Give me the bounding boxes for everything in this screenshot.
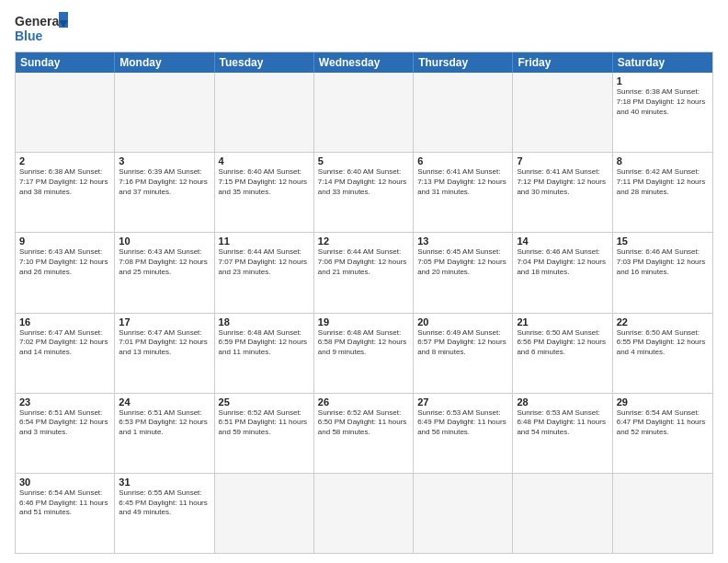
day-number: 8 bbox=[617, 155, 709, 167]
day-number: 7 bbox=[517, 155, 608, 167]
day-info: Sunrise: 6:50 AM Sunset: 6:56 PM Dayligh… bbox=[517, 328, 608, 358]
day-7: 7Sunrise: 6:41 AM Sunset: 7:12 PM Daylig… bbox=[513, 153, 612, 232]
day-number: 2 bbox=[19, 155, 110, 167]
day-2: 2Sunrise: 6:38 AM Sunset: 7:17 PM Daylig… bbox=[16, 153, 115, 232]
empty-cell bbox=[414, 73, 513, 152]
header-wednesday: Wednesday bbox=[314, 52, 414, 73]
day-23: 23Sunrise: 6:51 AM Sunset: 6:54 PM Dayli… bbox=[16, 394, 115, 473]
day-number: 26 bbox=[318, 396, 409, 408]
day-info: Sunrise: 6:45 AM Sunset: 7:05 PM Dayligh… bbox=[417, 247, 508, 277]
day-number: 5 bbox=[318, 155, 409, 167]
day-info: Sunrise: 6:40 AM Sunset: 7:14 PM Dayligh… bbox=[318, 167, 409, 197]
day-number: 11 bbox=[219, 236, 310, 247]
day-number: 15 bbox=[617, 236, 709, 247]
day-info: Sunrise: 6:49 AM Sunset: 6:57 PM Dayligh… bbox=[417, 328, 508, 358]
week-row-5: 23Sunrise: 6:51 AM Sunset: 6:54 PM Dayli… bbox=[16, 393, 712, 473]
page: General Blue SundayMondayTuesdayWednesda… bbox=[0, 0, 728, 563]
svg-text:Blue: Blue bbox=[15, 29, 43, 43]
day-10: 10Sunrise: 6:43 AM Sunset: 7:08 PM Dayli… bbox=[115, 233, 214, 312]
day-number: 16 bbox=[19, 316, 110, 327]
header: General Blue bbox=[15, 11, 713, 46]
day-18: 18Sunrise: 6:48 AM Sunset: 6:59 PM Dayli… bbox=[215, 314, 314, 393]
day-12: 12Sunrise: 6:44 AM Sunset: 7:06 PM Dayli… bbox=[314, 233, 414, 312]
empty-cell bbox=[115, 73, 214, 152]
day-1: 1Sunrise: 6:38 AM Sunset: 7:18 PM Daylig… bbox=[613, 73, 712, 152]
day-number: 28 bbox=[517, 396, 608, 408]
day-info: Sunrise: 6:47 AM Sunset: 7:01 PM Dayligh… bbox=[119, 328, 210, 358]
empty-cell bbox=[513, 474, 612, 553]
day-info: Sunrise: 6:44 AM Sunset: 7:06 PM Dayligh… bbox=[318, 247, 409, 277]
header-saturday: Saturday bbox=[613, 52, 712, 73]
calendar-body: 1Sunrise: 6:38 AM Sunset: 7:18 PM Daylig… bbox=[16, 73, 712, 553]
day-number: 22 bbox=[617, 316, 709, 327]
day-number: 17 bbox=[119, 316, 210, 327]
header-monday: Monday bbox=[115, 52, 214, 73]
day-number: 10 bbox=[119, 236, 210, 247]
day-number: 29 bbox=[617, 396, 709, 408]
day-info: Sunrise: 6:47 AM Sunset: 7:02 PM Dayligh… bbox=[19, 328, 110, 358]
empty-cell bbox=[215, 474, 314, 553]
day-28: 28Sunrise: 6:53 AM Sunset: 6:48 PM Dayli… bbox=[513, 394, 612, 473]
day-29: 29Sunrise: 6:54 AM Sunset: 6:47 PM Dayli… bbox=[613, 394, 712, 473]
day-info: Sunrise: 6:44 AM Sunset: 7:07 PM Dayligh… bbox=[219, 247, 310, 277]
empty-cell bbox=[16, 73, 115, 152]
day-info: Sunrise: 6:39 AM Sunset: 7:16 PM Dayligh… bbox=[119, 167, 210, 197]
day-info: Sunrise: 6:38 AM Sunset: 7:18 PM Dayligh… bbox=[617, 87, 709, 117]
day-14: 14Sunrise: 6:46 AM Sunset: 7:04 PM Dayli… bbox=[513, 233, 612, 312]
day-number: 30 bbox=[19, 477, 110, 488]
header-thursday: Thursday bbox=[414, 52, 513, 73]
day-info: Sunrise: 6:38 AM Sunset: 7:17 PM Dayligh… bbox=[19, 167, 110, 197]
day-info: Sunrise: 6:41 AM Sunset: 7:12 PM Dayligh… bbox=[517, 167, 608, 197]
day-info: Sunrise: 6:46 AM Sunset: 7:03 PM Dayligh… bbox=[617, 247, 709, 277]
day-21: 21Sunrise: 6:50 AM Sunset: 6:56 PM Dayli… bbox=[513, 314, 612, 393]
day-number: 20 bbox=[417, 316, 508, 327]
day-info: Sunrise: 6:46 AM Sunset: 7:04 PM Dayligh… bbox=[517, 247, 608, 277]
day-19: 19Sunrise: 6:48 AM Sunset: 6:58 PM Dayli… bbox=[314, 314, 414, 393]
week-row-3: 9Sunrise: 6:43 AM Sunset: 7:10 PM Daylig… bbox=[16, 232, 712, 312]
logo: General Blue bbox=[15, 11, 70, 46]
day-info: Sunrise: 6:54 AM Sunset: 6:46 PM Dayligh… bbox=[19, 488, 110, 518]
day-info: Sunrise: 6:53 AM Sunset: 6:49 PM Dayligh… bbox=[417, 408, 508, 438]
day-5: 5Sunrise: 6:40 AM Sunset: 7:14 PM Daylig… bbox=[314, 153, 414, 232]
day-info: Sunrise: 6:48 AM Sunset: 6:58 PM Dayligh… bbox=[318, 328, 409, 358]
calendar: SundayMondayTuesdayWednesdayThursdayFrid… bbox=[15, 52, 713, 554]
empty-cell bbox=[613, 474, 712, 553]
day-number: 6 bbox=[417, 155, 508, 167]
week-row-6: 30Sunrise: 6:54 AM Sunset: 6:46 PM Dayli… bbox=[16, 473, 712, 553]
week-row-1: 1Sunrise: 6:38 AM Sunset: 7:18 PM Daylig… bbox=[16, 73, 712, 152]
day-number: 13 bbox=[417, 236, 508, 247]
day-30: 30Sunrise: 6:54 AM Sunset: 6:46 PM Dayli… bbox=[16, 474, 115, 553]
day-info: Sunrise: 6:41 AM Sunset: 7:13 PM Dayligh… bbox=[417, 167, 508, 197]
svg-text:General: General bbox=[15, 14, 63, 29]
day-info: Sunrise: 6:48 AM Sunset: 6:59 PM Dayligh… bbox=[219, 328, 310, 358]
day-number: 25 bbox=[219, 396, 310, 408]
week-row-4: 16Sunrise: 6:47 AM Sunset: 7:02 PM Dayli… bbox=[16, 313, 712, 393]
day-4: 4Sunrise: 6:40 AM Sunset: 7:15 PM Daylig… bbox=[215, 153, 314, 232]
day-24: 24Sunrise: 6:51 AM Sunset: 6:53 PM Dayli… bbox=[115, 394, 214, 473]
day-info: Sunrise: 6:43 AM Sunset: 7:10 PM Dayligh… bbox=[19, 247, 110, 277]
empty-cell bbox=[414, 474, 513, 553]
day-info: Sunrise: 6:54 AM Sunset: 6:47 PM Dayligh… bbox=[617, 408, 709, 438]
logo-svg: General Blue bbox=[15, 11, 70, 46]
day-number: 9 bbox=[19, 236, 110, 247]
day-number: 14 bbox=[517, 236, 608, 247]
day-17: 17Sunrise: 6:47 AM Sunset: 7:01 PM Dayli… bbox=[115, 314, 214, 393]
day-13: 13Sunrise: 6:45 AM Sunset: 7:05 PM Dayli… bbox=[414, 233, 513, 312]
day-number: 1 bbox=[617, 75, 709, 86]
day-info: Sunrise: 6:50 AM Sunset: 6:55 PM Dayligh… bbox=[617, 328, 709, 358]
day-info: Sunrise: 6:51 AM Sunset: 6:54 PM Dayligh… bbox=[19, 408, 110, 438]
week-row-2: 2Sunrise: 6:38 AM Sunset: 7:17 PM Daylig… bbox=[16, 152, 712, 232]
day-number: 19 bbox=[318, 316, 409, 327]
day-26: 26Sunrise: 6:52 AM Sunset: 6:50 PM Dayli… bbox=[314, 394, 414, 473]
day-number: 3 bbox=[119, 155, 210, 167]
day-20: 20Sunrise: 6:49 AM Sunset: 6:57 PM Dayli… bbox=[414, 314, 513, 393]
empty-cell bbox=[314, 73, 414, 152]
day-number: 27 bbox=[417, 396, 508, 408]
day-number: 31 bbox=[119, 477, 210, 488]
day-number: 18 bbox=[219, 316, 310, 327]
day-number: 12 bbox=[318, 236, 409, 247]
day-info: Sunrise: 6:52 AM Sunset: 6:51 PM Dayligh… bbox=[219, 408, 310, 438]
day-16: 16Sunrise: 6:47 AM Sunset: 7:02 PM Dayli… bbox=[16, 314, 115, 393]
day-22: 22Sunrise: 6:50 AM Sunset: 6:55 PM Dayli… bbox=[613, 314, 712, 393]
empty-cell bbox=[314, 474, 414, 553]
